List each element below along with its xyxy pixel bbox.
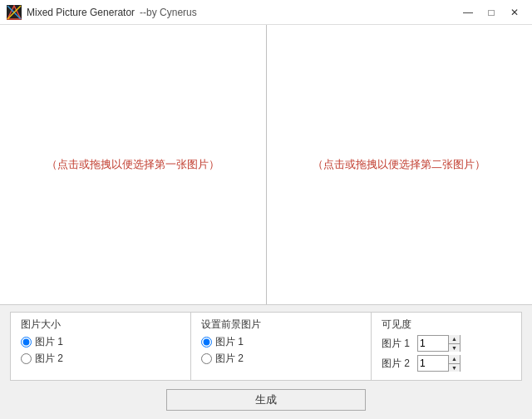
image-panel-left[interactable]: （点击或拖拽以便选择第一张图片） <box>0 25 267 304</box>
app-icon <box>7 5 22 20</box>
image-panel-right[interactable]: （点击或拖拽以便选择第二张图片） <box>267 25 533 304</box>
title-bar-controls: — □ ✕ <box>457 4 525 21</box>
controls-area: 图片大小 图片 1 图片 2 设置前景图片 图片 1 图片 2 <box>0 305 532 419</box>
visibility-title: 可见度 <box>382 318 511 332</box>
foreground-label2[interactable]: 图片 2 <box>215 352 244 366</box>
image-size-label2[interactable]: 图片 2 <box>35 352 63 366</box>
generate-button[interactable]: 生成 <box>166 389 366 411</box>
visibility-image2-label: 图片 2 <box>382 357 411 371</box>
image-size-group: 图片大小 图片 1 图片 2 <box>11 313 191 380</box>
image-size-radio2[interactable] <box>21 353 32 364</box>
visibility-spinner1-buttons: ▲ ▼ <box>448 335 460 352</box>
minimize-button[interactable]: — <box>457 4 479 21</box>
generate-btn-row: 生成 <box>10 386 522 416</box>
image-size-label1[interactable]: 图片 1 <box>35 335 63 349</box>
title-bar: Mixed Picture Generator --by Cynerus — □… <box>0 0 532 25</box>
app-title: Mixed Picture Generator <box>27 7 135 18</box>
left-image-hint: （点击或拖拽以便选择第一张图片） <box>38 149 228 180</box>
close-button[interactable]: ✕ <box>504 4 525 21</box>
visibility-group: 可见度 图片 1 ▲ ▼ 图片 2 ▲ ▼ <box>372 313 521 380</box>
canvas-area: （点击或拖拽以便选择第一张图片） （点击或拖拽以便选择第二张图片） <box>0 25 532 305</box>
author-text: --by Cynerus <box>140 7 197 18</box>
foreground-option2-row: 图片 2 <box>201 352 361 366</box>
visibility-spinner1: ▲ ▼ <box>417 335 461 352</box>
image-size-option2-row: 图片 2 <box>21 352 180 366</box>
controls-row: 图片大小 图片 1 图片 2 设置前景图片 图片 1 图片 2 <box>10 312 522 381</box>
foreground-group: 设置前景图片 图片 1 图片 2 <box>191 313 372 380</box>
visibility-spinner1-down[interactable]: ▼ <box>449 343 460 352</box>
visibility-row2: 图片 2 ▲ ▼ <box>382 355 511 372</box>
visibility-row1: 图片 1 ▲ ▼ <box>382 335 511 352</box>
right-image-hint: （点击或拖拽以便选择第二张图片） <box>304 149 494 180</box>
visibility-spinner2-down[interactable]: ▼ <box>449 363 460 372</box>
visibility-input1[interactable] <box>418 336 448 351</box>
image-size-title: 图片大小 <box>21 318 180 332</box>
visibility-input2[interactable] <box>418 356 448 371</box>
maximize-button[interactable]: □ <box>480 4 502 21</box>
visibility-spinner2-up[interactable]: ▲ <box>449 355 460 363</box>
visibility-spinner2-buttons: ▲ ▼ <box>448 355 460 372</box>
image-size-radio1[interactable] <box>21 337 32 348</box>
visibility-spinner2: ▲ ▼ <box>417 355 461 372</box>
visibility-spinner1-up[interactable]: ▲ <box>449 335 460 343</box>
foreground-label1[interactable]: 图片 1 <box>215 335 244 349</box>
foreground-title: 设置前景图片 <box>201 318 361 332</box>
foreground-radio2[interactable] <box>201 353 212 364</box>
foreground-radio1[interactable] <box>201 337 212 348</box>
title-bar-left: Mixed Picture Generator --by Cynerus <box>7 5 197 20</box>
image-size-option1-row: 图片 1 <box>21 335 180 349</box>
visibility-image1-label: 图片 1 <box>382 337 411 351</box>
foreground-option1-row: 图片 1 <box>201 335 361 349</box>
